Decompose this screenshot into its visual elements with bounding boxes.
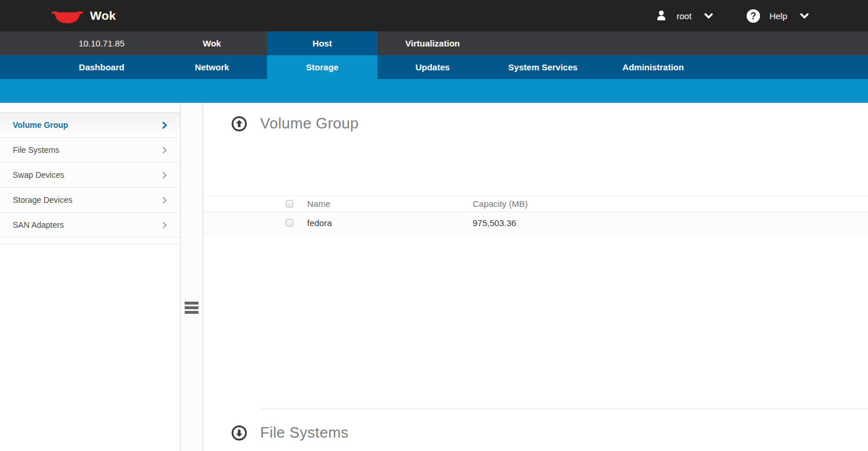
storage-main-panel: Volume Group Name Capacity (MB) fedora 9… [203, 103, 868, 451]
chevron-right-icon [162, 146, 167, 154]
section-header-volume-group[interactable]: Volume Group [231, 114, 359, 133]
user-icon [655, 9, 668, 22]
user-menu[interactable]: root [655, 9, 713, 22]
storage-sidebar: Volume Group File Systems Swap Devices [0, 103, 180, 451]
nav-tab-host[interactable]: Host [267, 31, 377, 55]
secondary-nav: Dashboard Network Storage Updates System… [0, 55, 868, 79]
select-all-checkbox[interactable] [286, 200, 293, 207]
nav-tab-updates[interactable]: Updates [377, 55, 488, 79]
table-row[interactable]: fedora 975,503.36 [203, 212, 868, 234]
nav-tab-virtualization[interactable]: Virtualization [377, 31, 488, 55]
chevron-down-icon [704, 13, 713, 19]
row-checkbox[interactable] [286, 219, 293, 227]
section-divider [261, 409, 868, 409]
primary-nav: 10.10.71.85 Wok Host Virtualization [0, 31, 868, 55]
help-menu[interactable]: ? Help [746, 9, 809, 23]
column-header-capacity: Capacity (MB) [473, 199, 528, 209]
sidebar-item-label: SAN Adapters [13, 220, 64, 230]
nav-tab-wok[interactable]: Wok [157, 31, 267, 55]
app-title: Wok [90, 9, 116, 23]
sidebar-item-label: Volume Group [13, 120, 68, 130]
sidebar-item-label: Swap Devices [13, 170, 64, 180]
nav-tab-network[interactable]: Network [157, 55, 267, 79]
svg-text:?: ? [751, 10, 757, 20]
section-title: File Systems [260, 424, 348, 442]
hamburger-icon[interactable] [185, 302, 199, 314]
nav-tab-system-services[interactable]: System Services [488, 55, 598, 79]
sidebar-item-label: Storage Devices [13, 195, 73, 205]
help-label: Help [769, 11, 787, 21]
topbar: Wok root ? Help [0, 0, 868, 31]
accent-strip [0, 79, 868, 103]
chevron-right-icon [162, 121, 167, 129]
help-icon: ? [746, 9, 761, 23]
volume-group-table: Name Capacity (MB) fedora 975,503.36 [203, 195, 868, 234]
wok-bowl-icon [51, 8, 84, 24]
section-title: Volume Group [260, 114, 359, 133]
sidebar-item-storage-devices[interactable]: Storage Devices [0, 188, 180, 213]
volume-group-name: fedora [307, 218, 473, 228]
content: Volume Group File Systems Swap Devices [0, 103, 868, 451]
nav-tab-dashboard[interactable]: Dashboard [46, 55, 157, 79]
sidebar-item-san-adapters[interactable]: SAN Adapters [0, 213, 180, 238]
sidebar-item-label: File Systems [13, 145, 59, 155]
sidebar-item-swap-devices[interactable]: Swap Devices [0, 163, 180, 188]
wok-app: Wok root ? Help [0, 0, 868, 451]
sidebar-collapse-strip[interactable] [180, 103, 203, 451]
chevron-right-icon [162, 221, 167, 229]
table-header-row: Name Capacity (MB) [203, 195, 868, 212]
sidebar-item-volume-group[interactable]: Volume Group [0, 113, 180, 138]
arrow-circle-up-icon [231, 116, 247, 132]
section-header-file-systems[interactable]: File Systems [231, 424, 348, 442]
user-name-label: root [676, 11, 691, 21]
chevron-right-icon [162, 196, 167, 204]
topbar-right: root ? Help [655, 9, 809, 23]
nav-host-ip[interactable]: 10.10.71.85 [46, 31, 157, 55]
column-header-name: Name [307, 199, 473, 209]
nav-tab-storage[interactable]: Storage [267, 55, 377, 79]
sidebar-item-file-systems[interactable]: File Systems [0, 138, 180, 163]
nav-tab-administration[interactable]: Administration [598, 55, 708, 79]
arrow-circle-down-icon [231, 425, 247, 441]
volume-group-capacity: 975,503.36 [473, 218, 516, 228]
brand: Wok [51, 8, 116, 24]
chevron-right-icon [162, 171, 167, 179]
chevron-down-icon [800, 13, 809, 19]
sidebar-list: Volume Group File Systems Swap Devices [0, 112, 180, 244]
